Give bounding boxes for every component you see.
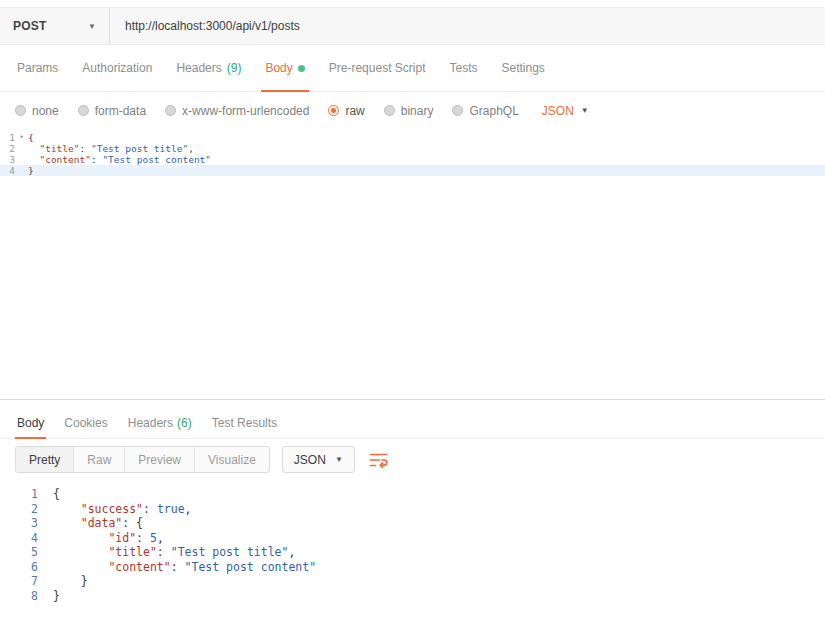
raw-language-select[interactable]: JSON ▼ (542, 104, 589, 118)
headers-count-badge: (9) (227, 61, 242, 75)
response-language-select[interactable]: JSON ▼ (282, 446, 355, 473)
code-text: "title": "Test post title", (28, 143, 194, 154)
line-number: 8 (0, 589, 38, 604)
line-number: 2 (0, 143, 15, 154)
tab-label: Headers (128, 416, 173, 430)
line-number: 1 (0, 132, 15, 143)
code-line: 4} (0, 165, 825, 176)
tab-body[interactable]: Body (253, 45, 316, 91)
code-text: { (53, 487, 60, 502)
http-method-select[interactable]: POST ▼ (0, 8, 110, 44)
line-number: 3 (0, 154, 15, 165)
code-text: "content": "Test post content" (53, 560, 316, 575)
headers-count-badge: (6) (177, 416, 192, 430)
response-tab-test-results[interactable]: Test Results (202, 408, 287, 438)
pane-resize-divider[interactable] (0, 399, 825, 408)
code-text: } (53, 589, 60, 604)
body-mode-label: form-data (95, 104, 146, 118)
wrap-lines-button[interactable] (369, 452, 388, 468)
line-number: 4 (0, 531, 38, 546)
response-tabs: Body Cookies Headers (6) Test Results (0, 408, 825, 439)
chevron-down-icon: ▼ (88, 22, 96, 31)
code-line: 1▾{ (0, 132, 825, 143)
view-mode-preview[interactable]: Preview (125, 447, 195, 472)
view-mode-pretty[interactable]: Pretty (16, 447, 74, 472)
tab-label: Params (17, 61, 58, 75)
response-tab-cookies[interactable]: Cookies (54, 408, 117, 438)
line-number: 7 (0, 574, 38, 589)
line-number: 5 (0, 545, 38, 560)
body-mode-label: GraphQL (469, 104, 518, 118)
radio-selected-icon (328, 105, 339, 116)
fold-caret-icon[interactable]: ▾ (15, 132, 28, 143)
code-line: 1{ (0, 487, 825, 502)
http-method-label: POST (13, 19, 46, 33)
line-number: 2 (0, 502, 38, 517)
tab-label: Body (17, 416, 44, 430)
response-tab-headers[interactable]: Headers (6) (118, 408, 202, 438)
body-mode-none[interactable]: none (15, 104, 59, 118)
body-mode-label: none (32, 104, 59, 118)
code-line: 8} (0, 589, 825, 604)
code-text: "data": { (53, 516, 143, 531)
fold-gutter-spacer (15, 154, 28, 165)
radio-icon (384, 105, 395, 116)
tab-tests[interactable]: Tests (437, 45, 489, 91)
response-view-mode-group: Pretty Raw Preview Visualize (15, 446, 270, 473)
tab-label: Authorization (82, 61, 152, 75)
url-bar: POST ▼ (0, 7, 825, 45)
code-text: "title": "Test post title", (53, 545, 295, 560)
radio-icon (15, 105, 26, 116)
view-mode-label: Raw (87, 453, 111, 467)
body-mode-label: x-www-form-urlencoded (182, 104, 309, 118)
tab-settings[interactable]: Settings (490, 45, 557, 91)
response-language-label: JSON (294, 453, 326, 467)
line-number: 1 (0, 487, 38, 502)
view-mode-label: Pretty (29, 453, 60, 467)
request-url-input[interactable] (110, 8, 825, 44)
response-toolbar: Pretty Raw Preview Visualize JSON ▼ (0, 439, 825, 480)
fold-gutter-spacer (15, 165, 28, 176)
code-line: 6 "content": "Test post content" (0, 560, 825, 575)
code-line: 4 "id": 5, (0, 531, 825, 546)
request-body-editor[interactable]: 1▾{2 "title": "Test post title",3 "conte… (0, 129, 825, 399)
tab-label: Body (265, 61, 292, 75)
response-tab-body[interactable]: Body (7, 408, 54, 438)
radio-icon (452, 105, 463, 116)
line-number: 3 (0, 516, 38, 531)
code-text: "content": "Test post content" (28, 154, 211, 165)
body-mode-form-data[interactable]: form-data (78, 104, 146, 118)
request-tabs: Params Authorization Headers (9) Body Pr… (0, 45, 825, 92)
code-text: } (28, 165, 34, 176)
code-line: 2 "success": true, (0, 502, 825, 517)
body-mode-graphql[interactable]: GraphQL (452, 104, 518, 118)
view-mode-label: Visualize (208, 453, 256, 467)
view-mode-label: Preview (138, 453, 181, 467)
line-number: 4 (0, 165, 15, 176)
code-text: } (53, 574, 88, 589)
code-line: 2 "title": "Test post title", (0, 143, 825, 154)
tab-pre-request-script[interactable]: Pre-request Script (317, 45, 438, 91)
body-mode-binary[interactable]: binary (384, 104, 434, 118)
view-mode-visualize[interactable]: Visualize (195, 447, 269, 472)
code-line: 3 "data": { (0, 516, 825, 531)
radio-icon (78, 105, 89, 116)
view-mode-raw[interactable]: Raw (74, 447, 125, 472)
tab-authorization[interactable]: Authorization (70, 45, 164, 91)
body-modified-dot-icon (298, 65, 305, 72)
body-mode-row: none form-data x-www-form-urlencoded raw… (0, 92, 825, 129)
tab-params[interactable]: Params (5, 45, 70, 91)
tab-headers[interactable]: Headers (9) (164, 45, 253, 91)
line-number: 6 (0, 560, 38, 575)
chevron-down-icon: ▼ (335, 455, 343, 464)
body-mode-raw[interactable]: raw (328, 104, 364, 118)
code-line: 7 } (0, 574, 825, 589)
raw-language-label: JSON (542, 104, 574, 118)
fold-gutter-spacer (15, 143, 28, 154)
code-text: "id": 5, (53, 531, 164, 546)
code-text: { (28, 132, 34, 143)
body-mode-x-www-form-urlencoded[interactable]: x-www-form-urlencoded (165, 104, 309, 118)
code-line: 3 "content": "Test post content" (0, 154, 825, 165)
tab-label: Tests (449, 61, 477, 75)
chevron-down-icon: ▼ (581, 106, 589, 115)
